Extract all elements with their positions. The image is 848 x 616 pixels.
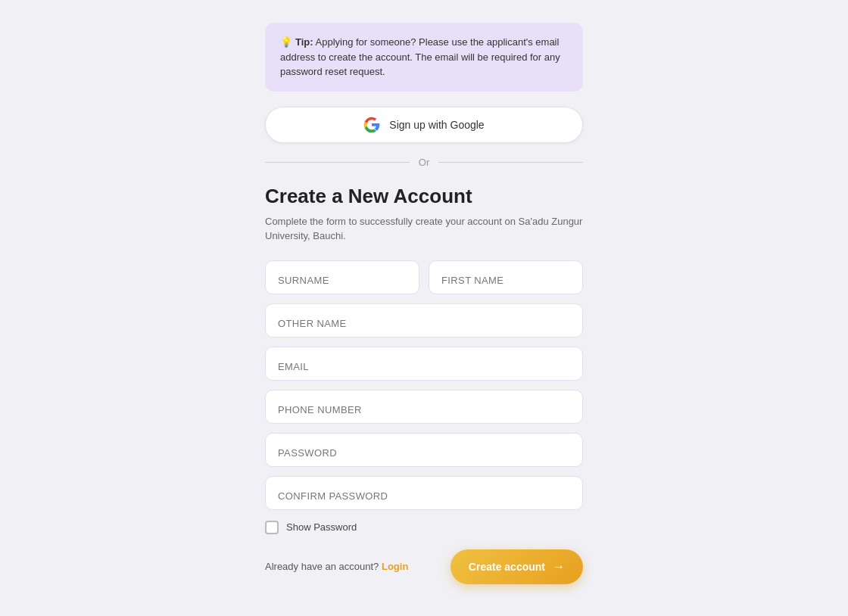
- show-password-checkbox[interactable]: [265, 521, 279, 534]
- login-arrow-icon: →: [553, 560, 565, 574]
- other-name-input[interactable]: [265, 303, 583, 338]
- password-input[interactable]: [265, 433, 583, 467]
- name-row: [265, 260, 583, 294]
- page-subtitle: Complete the form to successfully create…: [265, 214, 583, 244]
- already-account-text: Already have an account? Login: [265, 561, 408, 572]
- tip-text: Applying for someone? Please use the app…: [280, 36, 560, 77]
- email-input[interactable]: [265, 347, 583, 381]
- first-name-input[interactable]: [429, 260, 583, 294]
- divider-text: Or: [419, 157, 429, 168]
- google-icon: [363, 117, 380, 133]
- footer-row: Already have an account? Login Create ac…: [265, 549, 583, 584]
- google-button-label: Sign up with Google: [389, 119, 484, 131]
- show-password-label[interactable]: Show Password: [286, 521, 357, 533]
- tip-label: Tip:: [295, 36, 313, 48]
- phone-input[interactable]: [265, 390, 583, 424]
- divider-line-left: [265, 162, 410, 163]
- show-password-row: Show Password: [265, 521, 583, 534]
- login-link[interactable]: Login: [382, 561, 408, 572]
- surname-input[interactable]: [265, 260, 419, 294]
- confirm-password-input[interactable]: [265, 476, 583, 510]
- page-title: Create a New Account: [265, 185, 583, 208]
- create-account-button[interactable]: Create account →: [450, 549, 583, 584]
- registration-form-container: 💡Tip: Applying for someone? Please use t…: [265, 23, 583, 584]
- google-signup-button[interactable]: Sign up with Google: [265, 107, 583, 143]
- tip-box: 💡Tip: Applying for someone? Please use t…: [265, 23, 583, 92]
- tip-icon: 💡: [280, 36, 292, 48]
- divider: Or: [265, 157, 583, 168]
- create-account-label: Create account: [469, 561, 545, 573]
- divider-line-right: [438, 162, 583, 163]
